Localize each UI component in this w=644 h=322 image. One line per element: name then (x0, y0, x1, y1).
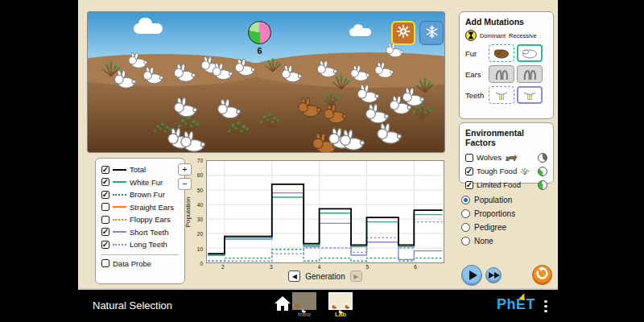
fur-dominant-mutation-button[interactable] (489, 44, 514, 62)
screen-button-intro[interactable] (292, 292, 316, 310)
graph-mode-radio-pedigree[interactable]: Pedigree (461, 221, 515, 234)
teeth-recessive-mutation-button[interactable] (517, 86, 543, 104)
x-axis-label: Generation (305, 272, 345, 281)
cloud (134, 23, 163, 34)
legend-label: Total (130, 165, 146, 174)
hourglass-icon (465, 30, 477, 41)
legend-label: Long Teeth (130, 240, 167, 249)
white-rabbit (178, 131, 205, 153)
fur-recessive-mutation-button[interactable] (517, 44, 543, 62)
env-factor-checkbox[interactable]: ✓ (465, 181, 473, 189)
snowflake-icon (425, 25, 439, 42)
white-rabbit (355, 85, 379, 103)
white-rabbit (171, 64, 196, 82)
reset-icon (535, 266, 549, 283)
legend-checkbox[interactable]: ✓ (101, 191, 109, 199)
sim-title: Natural Selection (93, 299, 172, 312)
play-icon (469, 270, 477, 280)
env-factor-limited-food[interactable]: ✓Limited Food (465, 178, 547, 192)
radio-label: Proportions (474, 209, 515, 218)
divider (101, 254, 179, 255)
mutation-row-label: Teeth (465, 91, 486, 100)
legend-checkbox[interactable]: ✓ (101, 241, 109, 249)
env-factor-wolves[interactable]: Wolves (465, 151, 547, 164)
play-button[interactable] (461, 265, 482, 286)
legend-checkbox[interactable] (101, 203, 109, 211)
sim-area: 6 ✓Total✓White Fur✓Brown FurStraight Ear… (78, 0, 558, 290)
phet-menu-button[interactable] (544, 298, 547, 315)
radio-button[interactable] (461, 223, 470, 232)
x-tick-label: 3 (270, 264, 273, 270)
legend-item-white-fur[interactable]: ✓White Fur (101, 176, 179, 189)
legend-line-sample (113, 169, 126, 171)
white-rabbit (315, 60, 337, 78)
env-factor-label: Wolves (477, 153, 502, 162)
generation-clock (248, 21, 271, 44)
teeth-dominant-mutation-button[interactable] (489, 86, 514, 104)
y-tick-label: 60 (197, 172, 203, 178)
white-rabbit (373, 62, 394, 78)
fast-forward-icon (489, 272, 494, 279)
legend-item-total[interactable]: ✓Total (101, 163, 179, 176)
legend-checkbox[interactable]: ✓ (101, 166, 109, 174)
env-factor-tough-food[interactable]: ✓Tough Food (465, 164, 547, 178)
x-tick-label: 2 (221, 264, 225, 270)
radio-label: Pedigree (474, 223, 506, 232)
radio-button[interactable] (461, 209, 470, 218)
legend-item-short-teeth[interactable]: ✓Short Teeth (101, 226, 179, 239)
radio-label: Population (474, 196, 512, 204)
x-tick-label: 5 (366, 264, 369, 270)
legend-checkbox[interactable]: ✓ (101, 228, 109, 236)
legend-item-straight-ears[interactable]: Straight Ears (101, 201, 179, 214)
shrub (258, 112, 281, 129)
ears-recessive-mutation-button[interactable] (517, 65, 543, 83)
home-button[interactable] (274, 295, 291, 312)
graph-mode-radio-population[interactable]: Population (461, 193, 515, 207)
legend-checkbox[interactable]: ✓ (101, 178, 109, 186)
thumbnail-rabbit (332, 298, 336, 302)
screen-button-lab[interactable] (328, 292, 353, 310)
fast-forward-button[interactable] (485, 267, 502, 283)
legend-label: Short Teeth (130, 228, 168, 237)
ears-dominant-mutation-button[interactable] (489, 65, 514, 83)
env-factor-checkbox[interactable]: ✓ (465, 167, 473, 175)
legend-item-brown-fur[interactable]: ✓Brown Fur (101, 188, 179, 201)
legend-label: Brown Fur (130, 190, 165, 199)
legend-item-floppy-ears[interactable]: Floppy Ears (101, 213, 179, 226)
previous-generation-button[interactable]: ◀ (288, 270, 300, 282)
data-probe-checkbox-row[interactable]: Data Probe (101, 258, 179, 270)
recessive-column-header: Recessive (509, 32, 536, 39)
white-rabbit (400, 88, 424, 106)
home-icon (274, 300, 291, 314)
white-rabbit (210, 63, 233, 80)
y-tick-label: 40 (197, 201, 203, 207)
radio-button[interactable] (461, 237, 470, 246)
next-generation-button[interactable]: ▶ (350, 270, 362, 282)
legend-label: White Fur (130, 178, 163, 187)
reset-all-button[interactable] (532, 265, 552, 285)
y-tick-label: 0 (200, 261, 203, 266)
phet-logo: PhET (497, 296, 535, 313)
y-tick-label: 10 (197, 246, 203, 251)
y-tick-label: 50 (197, 187, 203, 192)
screen-label-intro: Intro (292, 311, 316, 318)
data-probe-checkbox[interactable] (101, 259, 109, 267)
graph-mode-radio-none[interactable]: None (461, 234, 515, 248)
cloud (349, 28, 371, 36)
radio-button[interactable] (461, 196, 470, 204)
equator-climate-button[interactable] (391, 21, 415, 45)
thumbnail-rabbit (295, 297, 299, 301)
legend-checkbox[interactable] (101, 216, 109, 224)
legend-line-sample (113, 231, 126, 233)
add-mutations-panel: Add Mutations Dominant Recessive FurEars… (459, 11, 554, 119)
legend-item-long-teeth[interactable]: ✓Long Teeth (101, 238, 179, 251)
env-factor-checkbox[interactable] (465, 154, 473, 162)
population-step-chart (206, 160, 444, 263)
white-rabbit (215, 99, 241, 119)
env-factor-amount-dial (538, 153, 547, 163)
env-factor-label: Tough Food (477, 167, 517, 175)
arctic-climate-button[interactable] (419, 21, 444, 45)
legend-line-sample (113, 181, 126, 183)
graph-mode-radio-proportions[interactable]: Proportions (461, 207, 515, 221)
environmental-factors-panel: Environmental Factors Wolves✓Tough Food … (459, 122, 554, 184)
